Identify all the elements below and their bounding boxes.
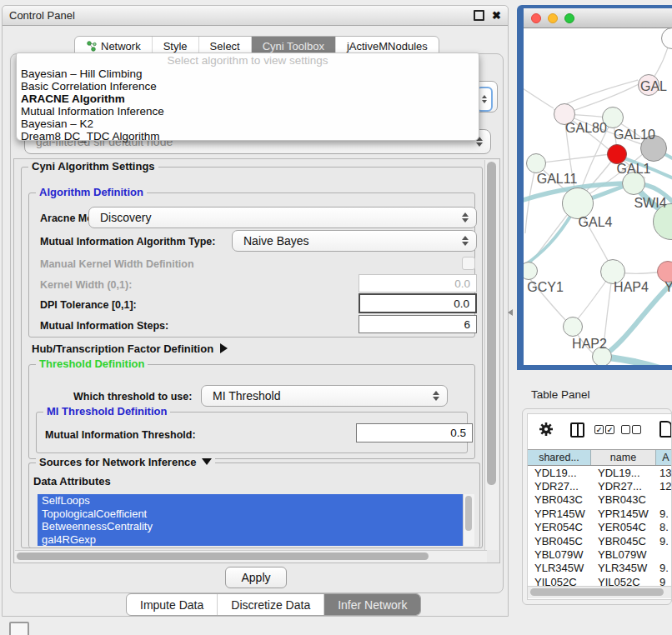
list-item[interactable]: BetweennessCentrality [38, 520, 474, 533]
cell[interactable] [656, 493, 672, 507]
dpi-tolerance-label: DPI Tolerance [0,1]: [40, 299, 137, 311]
list-scrollbar [463, 494, 474, 546]
cell[interactable]: YBL079W [528, 548, 591, 561]
panel-divider-arrow-icon[interactable] [508, 309, 513, 316]
node-label: GCY1 [527, 280, 564, 295]
tab-impute-data[interactable]: Impute Data [127, 594, 218, 615]
aracne-mode-value: Discovery [100, 211, 151, 224]
dpi-tolerance-field[interactable] [359, 293, 477, 313]
table-row[interactable]: YPR145W YPR145W 9. [528, 507, 672, 520]
table-row[interactable]: YDR27... YDR27... 12 [528, 479, 672, 492]
algorithm-option-bayesian-hill[interactable]: Bayesian – Hill Climbing [17, 68, 479, 80]
apply-button[interactable]: Apply [225, 567, 287, 588]
gear-icon[interactable] [539, 422, 554, 437]
cell[interactable]: YBR043C [591, 493, 656, 507]
column-header-partial[interactable]: A [656, 450, 672, 465]
cell[interactable]: 12 [656, 479, 672, 492]
apply-label: Apply [241, 571, 270, 584]
select-all-checkbox-icon[interactable]: ✓ [594, 425, 604, 434]
column-header-name[interactable]: name [591, 450, 656, 465]
list-item[interactable]: TopologicalCoefficient [38, 508, 474, 521]
mi-algorithm-type-combo[interactable]: Naive Bayes [232, 230, 477, 252]
cell[interactable]: YPR145W [528, 507, 591, 520]
split-columns-icon[interactable] [570, 422, 584, 438]
data-attributes-label: Data Attributes [33, 475, 111, 488]
cell[interactable]: 9. [656, 534, 672, 548]
list-item[interactable]: gal4RGexp [38, 533, 474, 547]
scrollbar-thumb[interactable] [487, 162, 496, 485]
table-horizontal-scrollbar [528, 586, 672, 598]
deselect-all-checkbox-icon[interactable] [621, 425, 630, 434]
cell[interactable]: YDR27... [591, 479, 656, 492]
algorithm-dropdown-popup: Select algorithm to view settings Bayesi… [16, 52, 479, 141]
manual-kernel-width-label: Manual Kernel Width Definition [40, 258, 194, 270]
cell[interactable]: YER054C [528, 521, 591, 534]
zoom-traffic-light[interactable] [564, 13, 574, 23]
algorithm-option-mutual-information[interactable]: Mutual Information Inference [17, 105, 479, 118]
cell[interactable]: YBL079W [591, 548, 656, 561]
settings-scrollpane: Cyni Algorithm Settings Algorithm Defini… [13, 158, 500, 563]
deselect-all-checkbox-icon[interactable] [632, 425, 641, 434]
table-row[interactable]: YER054C YER054C 8. [528, 521, 672, 534]
table-row[interactable]: YDL19... YDL19... 13 [528, 466, 672, 479]
tab-discretize-data[interactable]: Discretize Data [218, 594, 324, 615]
close-traffic-light[interactable] [531, 13, 541, 23]
aracne-mode-combo[interactable]: Discovery [88, 207, 477, 228]
mi-threshold-field[interactable] [356, 423, 473, 442]
sources-toggle[interactable]: Sources for Network Inference [36, 457, 215, 468]
cell[interactable] [656, 548, 672, 561]
cell[interactable]: YBR045C [591, 534, 656, 548]
minimize-traffic-light[interactable] [548, 13, 558, 23]
node-label: GAL [640, 79, 667, 94]
cell[interactable]: YDL19... [591, 466, 656, 479]
mi-steps-field[interactable] [359, 315, 477, 333]
kernel-width-field[interactable] [359, 274, 477, 292]
tab-infer-network[interactable]: Infer Network [324, 594, 420, 615]
data-attributes-list: SelfLoops TopologicalCoefficient Between… [38, 494, 474, 546]
cell[interactable]: YLR345W [528, 562, 591, 575]
scrollbar-thumb[interactable] [17, 552, 429, 560]
panel-title: Control Panel [9, 9, 75, 22]
group-title: Threshold Definition [36, 358, 148, 370]
docked-panel-icon[interactable] [9, 622, 29, 635]
cell[interactable]: 13 [656, 466, 672, 479]
column-header-shared-name[interactable]: shared... [528, 450, 591, 465]
horizontal-scrollbar [15, 550, 487, 562]
control-panel-titlebar: Control Panel ✖ [3, 6, 508, 26]
cell[interactable]: YDR27... [528, 479, 591, 492]
algorithm-option-bayesian-k2[interactable]: Bayesian – K2 [17, 118, 479, 130]
scrollbar-thumb[interactable] [465, 496, 472, 531]
scrollbar-thumb[interactable] [530, 588, 664, 596]
group-title: Cyni Algorithm Settings [28, 161, 158, 172]
cell[interactable]: YER054C [591, 521, 656, 534]
tab-label: Select [210, 40, 240, 52]
cell[interactable]: YLR345W [591, 562, 656, 575]
algorithm-option-basic-correlation[interactable]: Basic Correlation Inference [17, 80, 479, 92]
hub-definition-toggle[interactable]: Hub/Transcription Factor Definition [32, 341, 228, 356]
network-node-hap2[interactable] [563, 317, 583, 337]
list-item[interactable]: SelfLoops [38, 494, 474, 508]
cell[interactable]: YBR043C [528, 493, 591, 507]
cell[interactable]: 8. [656, 521, 672, 534]
cell[interactable]: YBR045C [528, 534, 591, 548]
table-row[interactable]: YLR345W YLR345W 9. [528, 562, 672, 575]
which-threshold-combo[interactable]: MI Threshold [201, 385, 448, 407]
document-icon[interactable] [659, 421, 672, 438]
close-icon[interactable]: ✖ [492, 10, 501, 21]
algorithm-option-dream8[interactable]: Dream8 DC_TDC Algorithm [17, 130, 479, 142]
collapse-down-icon [202, 458, 212, 465]
cell[interactable]: YDL19... [528, 466, 591, 479]
cell[interactable]: 9. [656, 562, 672, 575]
algorithm-option-aracne[interactable]: ARACNE Algorithm [17, 92, 479, 105]
manual-kernel-width-checkbox[interactable] [462, 257, 475, 270]
network-canvas[interactable]: GAL GAL80 GAL10 GAL1 GAL11 SWI4 GAL4 GCY… [524, 28, 672, 365]
table-row[interactable]: YBR045C YBR045C 9. [528, 534, 672, 548]
mi-type-value: Naive Bayes [243, 234, 309, 248]
network-node-gal11[interactable] [526, 153, 546, 173]
cell[interactable]: YPR145W [591, 507, 656, 520]
float-window-icon[interactable] [474, 10, 484, 21]
select-all-checkbox-icon[interactable]: ✓ [605, 425, 614, 434]
table-row[interactable]: YBR043C YBR043C [528, 493, 672, 507]
table-row[interactable]: YBL079W YBL079W [528, 548, 672, 561]
cell[interactable]: 9. [656, 507, 672, 520]
